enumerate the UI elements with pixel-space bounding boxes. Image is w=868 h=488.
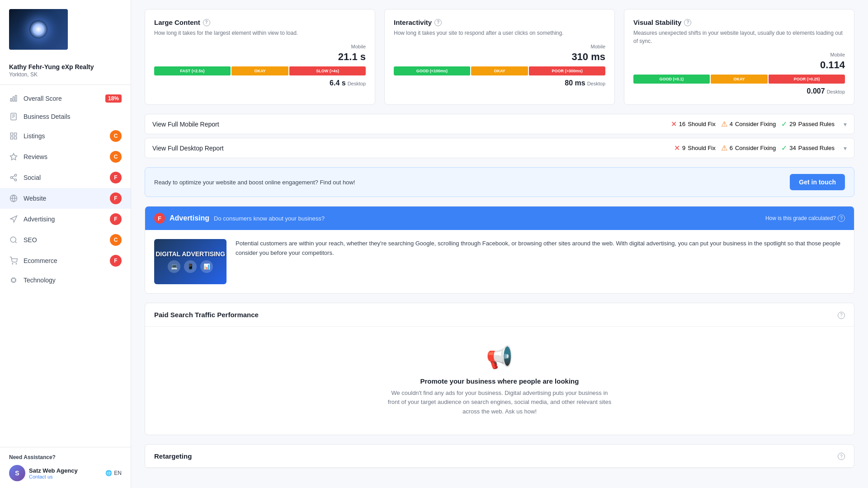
- sidebar-item-advertising[interactable]: Advertising F: [0, 209, 131, 230]
- sidebar-item-technology[interactable]: Technology: [0, 271, 131, 289]
- nav-left: Social: [9, 173, 41, 182]
- visual-stability-info-icon[interactable]: ?: [684, 19, 691, 26]
- nav-label-overall-score: Overall Score: [24, 95, 62, 102]
- company-name: Kathy Fehr-Yung eXp Realty: [9, 63, 122, 70]
- mobile-report-chevron: ▾: [844, 121, 847, 128]
- svg-point-19: [10, 237, 16, 242]
- pb-okay-segment: OKAY: [711, 75, 768, 84]
- desktop-should-fix-badge: ✕ 9 Should Fix: [674, 144, 716, 152]
- mobile-report-row[interactable]: View Full Mobile Report ✕ 16 Should Fix …: [145, 114, 854, 134]
- advertising-body-text: Potential customers are within your reac…: [236, 239, 845, 258]
- metrics-grid: Large Content ? How long it takes for th…: [145, 9, 854, 105]
- svg-rect-2: [15, 95, 17, 101]
- sidebar-item-reviews[interactable]: Reviews C: [0, 146, 131, 167]
- nav-label-ecommerce: Ecommerce: [24, 257, 57, 264]
- sidebar-item-seo[interactable]: SEO C: [0, 230, 131, 250]
- svg-point-13: [10, 177, 13, 179]
- pb-slow-label: SLOW (>4s): [316, 69, 339, 73]
- pb-fast-segment: FAST (<2.5s): [154, 66, 231, 75]
- metric-title-visual-stability: Visual Stability ?: [633, 19, 845, 26]
- desktop-report-title: View Full Desktop Report: [152, 145, 224, 152]
- desktop-should-fix-count: 9: [682, 145, 685, 151]
- pb-slow-segment: SLOW (>4s): [289, 66, 366, 75]
- megaphone-empty-icon: 📢: [486, 345, 513, 370]
- mobile-passed-label: Passed Rules: [798, 121, 835, 127]
- agency-name: Satz Web Agency: [29, 467, 78, 474]
- globe-icon: [9, 194, 18, 203]
- desktop-consider-fixing-count: 6: [730, 145, 733, 151]
- mobile-consider-fixing-count: 4: [730, 121, 733, 127]
- sidebar-item-listings[interactable]: Listings C: [0, 126, 131, 146]
- paid-search-section: Paid Search Traffic Performance ? 📢 Prom…: [145, 303, 854, 435]
- svg-line-20: [15, 241, 16, 243]
- metric-card-visual-stability: Visual Stability ? Measures unexpected s…: [624, 9, 854, 105]
- nav-left: Website: [9, 194, 46, 203]
- sidebar-item-overall-score[interactable]: Overall Score 18%: [0, 89, 131, 108]
- interactivity-info-icon[interactable]: ?: [434, 19, 442, 26]
- share-icon: [9, 173, 18, 182]
- retargeting-help-icon[interactable]: ?: [838, 452, 845, 460]
- desktop-report-row[interactable]: View Full Desktop Report ✕ 9 Should Fix …: [145, 138, 854, 158]
- nav-badge-website: F: [110, 192, 122, 204]
- chip-icon: [9, 276, 18, 285]
- mobile-passed-count: 29: [789, 121, 796, 127]
- desktop-passed-count: 34: [789, 145, 796, 151]
- paid-search-help-icon[interactable]: ?: [838, 310, 845, 319]
- pb-okay-label: OKAY: [733, 77, 745, 81]
- svg-line-15: [12, 178, 14, 179]
- cta-banner: Ready to optimize your website and boost…: [145, 167, 854, 197]
- progress-bar-interactivity: GOOD (<100ms) OKAY POOR (>300ms): [394, 66, 605, 75]
- pb-good-segment: GOOD (<0.1): [633, 75, 710, 84]
- mobile-report-title: View Full Mobile Report: [152, 121, 219, 128]
- nav-left: Listings: [9, 131, 45, 141]
- pb-okay-label: OKAY: [254, 69, 265, 73]
- help-circle-icon[interactable]: ?: [838, 453, 845, 460]
- metric-mobile-label-visual-stability: Mobile: [633, 52, 845, 57]
- metric-desktop-row-visual-stability: 0.007 Desktop: [633, 87, 845, 95]
- svg-rect-7: [10, 133, 13, 135]
- svg-rect-1: [13, 97, 14, 101]
- sidebar-item-business-details[interactable]: Business Details: [0, 108, 131, 126]
- sidebar-item-social[interactable]: Social F: [0, 167, 131, 188]
- large-content-info-icon[interactable]: ?: [203, 19, 210, 26]
- nav-badge-advertising: F: [110, 213, 122, 225]
- lang-label: EN: [114, 470, 122, 476]
- nav-left: Business Details: [9, 112, 71, 121]
- sidebar-item-ecommerce[interactable]: Ecommerce F: [0, 250, 131, 271]
- advertising-section: F Advertising Do consumers know about yo…: [145, 206, 854, 294]
- metric-desktop-label-large-content: Desktop: [348, 81, 366, 86]
- mobile-report-badges: ✕ 16 Should Fix ⚠ 4 Consider Fixing ✓ 29…: [671, 120, 847, 128]
- ad-icon-laptop: 💻: [168, 260, 180, 273]
- sidebar-nav: Overall Score 18% Business Details Listi…: [0, 85, 131, 447]
- help-circle-icon[interactable]: ?: [838, 312, 845, 319]
- svg-rect-10: [14, 137, 17, 139]
- advertising-body: DIGITAL ADVERTISING 💻 📱 📊 Potential cust…: [145, 230, 854, 293]
- company-location: Yorkton, SK: [9, 71, 122, 78]
- desktop-passed-badge: ✓ 34 Passed Rules: [781, 144, 835, 152]
- svg-marker-11: [10, 154, 17, 160]
- nav-left: Ecommerce: [9, 256, 57, 265]
- metric-card-large-content: Large Content ? How long it takes for th…: [145, 9, 375, 105]
- language-button[interactable]: 🌐 EN: [105, 470, 122, 476]
- nav-label-reviews: Reviews: [24, 153, 47, 160]
- cta-button[interactable]: Get in touch: [790, 174, 845, 190]
- sidebar-item-website[interactable]: Website F: [0, 188, 131, 209]
- nav-badge-overall-score: 18%: [105, 94, 122, 103]
- megaphone-icon: [9, 215, 18, 224]
- pb-good-label: GOOD (<0.1): [659, 77, 684, 81]
- advertising-grade-link[interactable]: How is this grade calculated? ?: [765, 215, 845, 222]
- grade-info-icon[interactable]: ?: [838, 215, 845, 222]
- nav-label-website: Website: [24, 195, 46, 202]
- agency-contact[interactable]: Contact us: [29, 474, 78, 479]
- metric-desktop-label-interactivity: Desktop: [587, 81, 605, 86]
- nav-badge-reviews: C: [110, 151, 122, 163]
- nav-left: Advertising: [9, 215, 55, 224]
- metric-label-text: Interactivity: [394, 19, 432, 26]
- nav-left: Technology: [9, 276, 56, 285]
- cta-text: Ready to optimize your website and boost…: [154, 179, 355, 186]
- svg-line-16: [12, 176, 14, 177]
- advertising-image: DIGITAL ADVERTISING 💻 📱 📊: [154, 239, 226, 284]
- paid-search-header: Paid Search Traffic Performance ?: [145, 303, 854, 327]
- svg-rect-0: [10, 99, 12, 101]
- metric-desktop-value-large-content: 6.4 s: [330, 79, 346, 87]
